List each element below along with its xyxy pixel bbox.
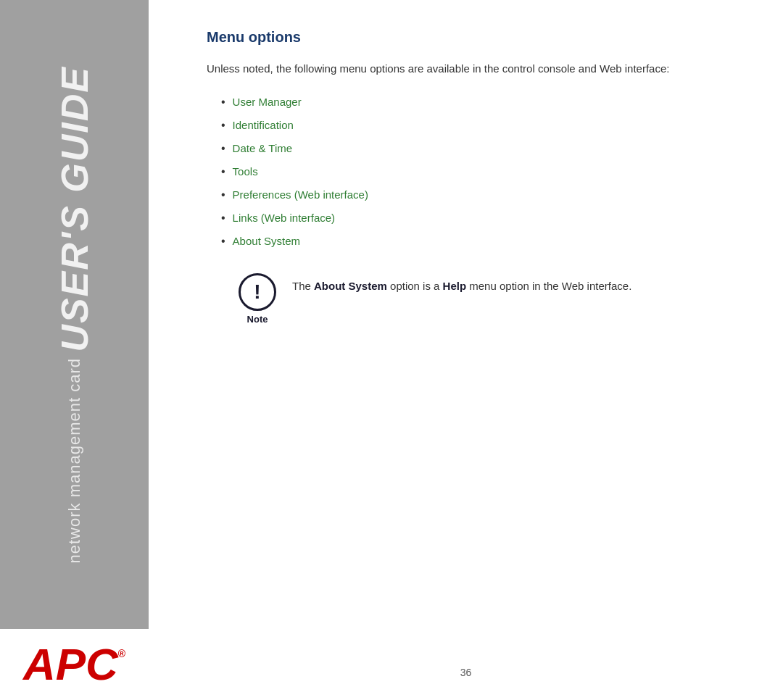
note-bold2: Help	[443, 280, 467, 292]
list-item: User Manager	[221, 91, 740, 114]
list-item: Preferences (Web interface)	[221, 183, 740, 207]
intro-paragraph: Unless noted, the following menu options…	[207, 60, 700, 78]
section-title: Menu options	[207, 29, 740, 46]
sidebar-subtitle: network management card	[67, 358, 83, 563]
note-exclamation: !	[254, 282, 260, 302]
list-item: Date & Time	[221, 137, 740, 160]
menu-options-list: User Manager Identification Date & Time …	[221, 91, 740, 253]
apc-logo-area: APC ®	[0, 629, 149, 700]
list-item: About System	[221, 230, 740, 253]
note-icon: !	[239, 273, 276, 311]
sidebar-text-container: USER'S GUIDE network management card	[56, 0, 94, 629]
list-item: Identification	[221, 114, 740, 137]
sidebar: USER'S GUIDE network management card APC…	[0, 0, 149, 700]
main-content: Menu options Unless noted, the following…	[149, 0, 783, 700]
note-text-middle: option is a	[387, 280, 443, 292]
list-item: Links (Web interface)	[221, 207, 740, 230]
note-label: Note	[247, 314, 268, 325]
note-text-suffix: menu option in the Web interface.	[466, 280, 631, 292]
apc-logo: APC ®	[23, 642, 125, 687]
note-text: The About System option is a Help menu o…	[292, 273, 631, 295]
apc-logo-text: APC	[23, 642, 118, 687]
note-text-prefix: The	[292, 280, 314, 292]
note-bold1: About System	[314, 280, 387, 292]
sidebar-title: USER'S GUIDE	[56, 66, 94, 352]
note-container: ! Note The About System option is a Help…	[236, 273, 714, 325]
apc-trademark: ®	[118, 648, 125, 659]
page-number: 36	[460, 667, 472, 678]
list-item: Tools	[221, 160, 740, 183]
note-icon-wrapper: ! Note	[236, 273, 279, 325]
